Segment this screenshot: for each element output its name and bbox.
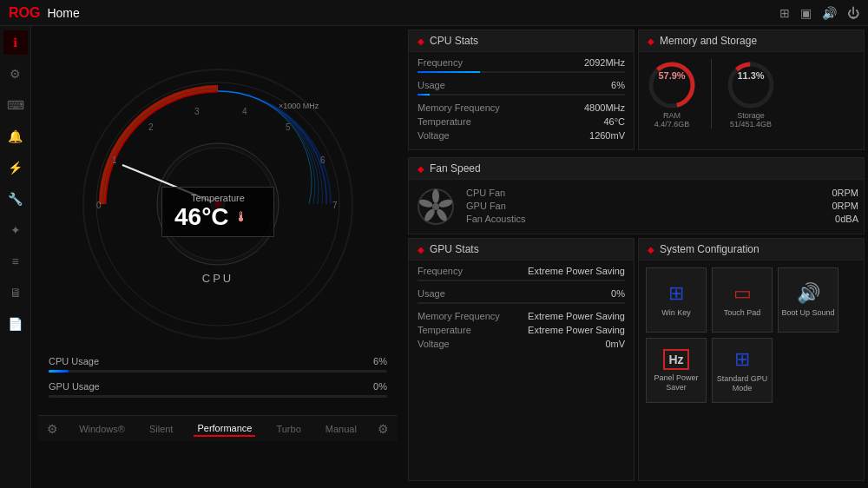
settings-icon: ⚙ xyxy=(10,67,21,81)
sidebar-item-display[interactable]: 🖥 xyxy=(3,280,28,305)
speaker-icon[interactable]: 🔊 xyxy=(822,6,837,20)
sidebar-item-document[interactable]: 📄 xyxy=(3,312,28,336)
ram-pct: 57.9% xyxy=(658,70,685,81)
sidebar-item-tools[interactable]: 🔧 xyxy=(3,187,28,211)
gpu-stats-card: ◆ GPU Stats Frequency Extreme Power Savi… xyxy=(408,238,635,481)
cpu-freq-row: Frequency 2092MHz xyxy=(418,57,625,68)
cpu-freq-fill xyxy=(418,71,480,73)
tools-icon: 🔧 xyxy=(8,192,23,206)
fan-speed-card: ◆ Fan Speed xyxy=(408,157,865,234)
tab-manual[interactable]: Manual xyxy=(322,422,360,436)
gpu-memfreq-label: Memory Frequency xyxy=(418,311,500,321)
gpu-voltage-label: Voltage xyxy=(418,339,450,349)
gpu-temp-value: Extreme Power Saving xyxy=(528,325,625,335)
cpu-stats-header: ◆ CPU Stats xyxy=(409,30,634,52)
gpu-usage-info-bar xyxy=(418,302,625,304)
cpu-voltage-value: 1260mV xyxy=(589,130,625,141)
sysconfig-header-icon: ◆ xyxy=(648,245,654,254)
cpu-usage-info-value: 6% xyxy=(611,80,625,90)
sidebar-item-star[interactable]: ✦ xyxy=(3,218,28,242)
sidebar: ℹ ⚙ ⌨ 🔔 ⚡ 🔧 ✦ ≡ 🖥 📄 xyxy=(0,26,31,488)
svg-text:CPU: CPU xyxy=(202,272,233,285)
gpumode-icon: ⊞ xyxy=(734,348,750,371)
cpu-stats-title: CPU Stats xyxy=(430,35,478,47)
cpu-freq-label: Frequency xyxy=(418,57,463,68)
svg-text:×1000 MHz: ×1000 MHz xyxy=(279,102,319,110)
cpu-usage-fill xyxy=(49,370,69,373)
bottom-stats: CPU Usage 6% GPU Usage 0% xyxy=(31,347,404,415)
winkey-label: Win Key xyxy=(661,308,691,318)
bottom-row-cards: ◆ GPU Stats Frequency Extreme Power Savi… xyxy=(408,238,865,485)
cpu-temp-value: 46°C xyxy=(603,116,625,127)
gpu-voltage-value: 0mV xyxy=(605,339,625,349)
fan-rows: CPU Fan 0RPM GPU Fan 0RPM Fan Acoustics … xyxy=(466,188,858,227)
gpu-stats-body: Frequency Extreme Power Saving Usage 0% xyxy=(409,260,634,358)
fan-speed-body: CPU Fan 0RPM GPU Fan 0RPM Fan Acoustics … xyxy=(409,180,864,234)
cpu-temp-row: Temperature 46°C xyxy=(418,116,625,127)
cpu-temp-label: Temperature xyxy=(418,116,471,127)
cpu-usage-info-fill xyxy=(418,94,430,96)
memory-storage-title: Memory and Storage xyxy=(660,35,757,47)
cpu-stats-header-icon: ◆ xyxy=(418,36,424,46)
cpu-memfreq-value: 4800MHz xyxy=(584,102,625,113)
cpu-voltage-row: Voltage 1260mV xyxy=(418,130,625,141)
fan-speed-title: Fan Speed xyxy=(430,162,481,175)
storage-label: Storage xyxy=(737,111,765,120)
cpu-stats-body: Frequency 2092MHz Usage 6% Memory Freq xyxy=(409,52,634,149)
sysconfig-bootsound[interactable]: 🔊 Boot Up Sound xyxy=(778,267,838,333)
sidebar-item-settings[interactable]: ⚙ xyxy=(3,62,28,86)
cpu-usage-info-label: Usage xyxy=(418,80,445,90)
cpu-freq-value: 2092MHz xyxy=(584,57,625,68)
sysconfig-gpumode[interactable]: ⊞ Standard GPU Mode xyxy=(712,338,773,403)
system-config-title: System Configuration xyxy=(660,243,760,255)
document-icon: 📄 xyxy=(8,317,23,331)
monitor-icon[interactable]: ▣ xyxy=(800,6,812,20)
cpu-usage-row: CPU Usage 6% xyxy=(49,356,387,366)
bootsound-label: Boot Up Sound xyxy=(781,308,834,318)
tab-windows[interactable]: Windows® xyxy=(76,422,128,436)
grid-icon[interactable]: ⊞ xyxy=(779,6,790,20)
cpu-freq-bar xyxy=(418,71,625,73)
bottom-tabs: ⚙ Windows® Silent Performance Turbo Manu… xyxy=(38,415,398,441)
powersaver-label: Panel Power Saver xyxy=(647,373,706,392)
settings-left-icon[interactable]: ⚙ xyxy=(47,422,58,436)
sysconfig-winkey[interactable]: ⊞ Win Key xyxy=(646,267,707,333)
right-panel: ◆ CPU Stats Frequency 2092MHz Usage 6% xyxy=(404,26,868,488)
temp-label: Temperature xyxy=(174,193,261,203)
fan-acoustics-label: Fan Acoustics xyxy=(466,214,525,224)
storage-gauge-svg xyxy=(725,59,777,111)
svg-text:4: 4 xyxy=(242,107,247,116)
sysconfig-powersaver[interactable]: Hz Panel Power Saver xyxy=(646,338,707,403)
gpu-memfreq-value: Extreme Power Saving xyxy=(528,311,625,321)
fan-acoustics-value: 0dBA xyxy=(835,214,858,224)
system-config-header: ◆ System Configuration xyxy=(639,239,864,260)
gpu-stats-header: ◆ GPU Stats xyxy=(409,239,634,260)
svg-text:6: 6 xyxy=(320,155,326,165)
svg-point-22 xyxy=(432,203,439,210)
power-icon[interactable]: ⏻ xyxy=(847,6,859,20)
lightning-icon: ⚡ xyxy=(8,161,23,175)
sysconfig-touchpad[interactable]: ▭ Touch Pad xyxy=(712,267,773,333)
touchpad-icon: ▭ xyxy=(733,282,752,305)
sidebar-item-bell[interactable]: 🔔 xyxy=(3,124,28,148)
settings-right-icon[interactable]: ⚙ xyxy=(378,422,389,436)
fan-spinner-icon xyxy=(414,185,457,228)
gpu-fan-row: GPU Fan 0RPM xyxy=(466,201,858,211)
tab-silent[interactable]: Silent xyxy=(146,422,177,436)
sidebar-item-keyboard[interactable]: ⌨ xyxy=(3,93,28,117)
gpu-memfreq-row: Memory Frequency Extreme Power Saving xyxy=(418,311,625,321)
sliders-icon: ≡ xyxy=(11,254,18,268)
fan-header-icon: ◆ xyxy=(418,164,424,174)
sidebar-item-info[interactable]: ℹ xyxy=(3,30,28,55)
sidebar-item-lightning[interactable]: ⚡ xyxy=(3,155,28,180)
cpu-usage-info-bar xyxy=(418,94,625,96)
sidebar-item-sliders[interactable]: ≡ xyxy=(3,249,28,274)
gpu-freq-label: Frequency xyxy=(418,266,463,276)
tab-turbo[interactable]: Turbo xyxy=(273,422,304,436)
gpu-voltage-row: Voltage 0mV xyxy=(418,339,625,349)
storage-detail: 51/451.4GB xyxy=(730,120,772,129)
gpu-freq-value: Extreme Power Saving xyxy=(528,266,625,276)
tab-performance[interactable]: Performance xyxy=(194,421,255,437)
gpu-usage-info-label: Usage xyxy=(418,288,445,299)
fan-svg xyxy=(414,185,457,228)
